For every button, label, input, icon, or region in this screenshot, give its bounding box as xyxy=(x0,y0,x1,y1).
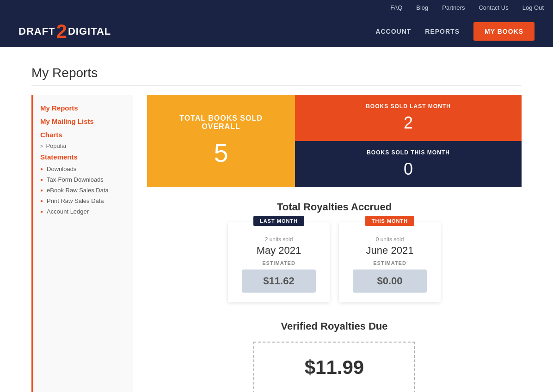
main-area: TOTAL BOOKS SOLD OVERALL 5 BOOKS SOLD LA… xyxy=(147,95,522,392)
stat-this-month: BOOKS SOLD THIS MONTH 0 xyxy=(295,141,522,187)
sidebar-downloads[interactable]: Downloads xyxy=(40,165,126,172)
faq-link[interactable]: FAQ xyxy=(390,4,402,11)
reports-nav[interactable]: REPORTS xyxy=(425,28,460,35)
stat-last-month-number: 2 xyxy=(404,113,413,133)
sidebar-charts-title: Charts xyxy=(40,131,126,139)
verified-amount: $11.99 xyxy=(273,356,396,379)
logo: DRAFT 2 DIGITAL xyxy=(18,22,111,41)
main-header: DRAFT 2 DIGITAL ACCOUNT REPORTS MY BOOKS xyxy=(0,15,553,47)
my-books-button[interactable]: MY BOOKS xyxy=(473,22,535,41)
partners-link[interactable]: Partners xyxy=(442,4,465,11)
this-month-badge: THIS MONTH xyxy=(365,216,414,226)
contact-us-link[interactable]: Contact Us xyxy=(479,4,508,11)
account-nav[interactable]: ACCOUNT xyxy=(375,28,411,35)
stat-last-month: BOOKS SOLD LAST MONTH 2 xyxy=(295,95,522,141)
stat-total-label: TOTAL BOOKS SOLD OVERALL xyxy=(166,114,276,131)
verified-card: $11.99 xyxy=(253,342,415,392)
royalties-title: Total Royalties Accrued xyxy=(147,201,522,213)
sidebar-account-ledger[interactable]: Account Ledger xyxy=(40,208,126,215)
sidebar-print-sales[interactable]: Print Raw Sales Data xyxy=(40,197,126,204)
logo-draft: DRAFT xyxy=(18,25,55,37)
sidebar-tax-form[interactable]: Tax-Form Downloads xyxy=(40,176,126,183)
page-title: My Reports xyxy=(31,66,522,86)
logo-2: 2 xyxy=(56,22,67,41)
log-out-link[interactable]: Log Out xyxy=(522,4,544,11)
last-month-month: May 2021 xyxy=(237,245,320,257)
last-month-units: 2 units sold xyxy=(237,236,320,243)
header-nav: ACCOUNT REPORTS MY BOOKS xyxy=(375,22,535,41)
sidebar-charts-popular[interactable]: Popular xyxy=(40,142,126,149)
this-month-month: June 2021 xyxy=(348,245,431,257)
this-month-units: 0 units sold xyxy=(348,236,431,243)
last-month-badge: LAST MONTH xyxy=(253,216,304,226)
royalties-section: Total Royalties Accrued LAST MONTH 2 uni… xyxy=(147,201,522,302)
last-month-card: LAST MONTH 2 units sold May 2021 ESTIMAT… xyxy=(228,222,330,302)
stat-total-number: 5 xyxy=(214,138,228,168)
stat-this-month-label: BOOKS SOLD THIS MONTH xyxy=(367,149,450,156)
stat-right: BOOKS SOLD LAST MONTH 2 BOOKS SOLD THIS … xyxy=(295,95,522,187)
content-layout: My Reports My Mailing Lists Charts Popul… xyxy=(31,95,522,392)
verified-section: Verified Royalties Due $11.99 xyxy=(147,320,522,392)
sidebar-ebook-sales[interactable]: eBook Raw Sales Data xyxy=(40,187,126,194)
sidebar-statements-title: Statements xyxy=(40,153,126,161)
sidebar-statements: Statements Downloads Tax-Form Downloads … xyxy=(40,153,126,215)
this-month-estimated-label: ESTIMATED xyxy=(348,260,431,266)
stat-this-month-number: 0 xyxy=(404,159,413,179)
sidebar-mailing-lists[interactable]: My Mailing Lists xyxy=(40,117,126,125)
verified-title: Verified Royalties Due xyxy=(147,320,522,332)
royalties-cards: LAST MONTH 2 units sold May 2021 ESTIMAT… xyxy=(147,222,522,302)
top-nav: FAQ Blog Partners Contact Us Log Out xyxy=(0,0,553,15)
sidebar-my-reports[interactable]: My Reports xyxy=(40,104,126,112)
last-month-amount: $11.62 xyxy=(242,270,316,293)
page-content: My Reports My Reports My Mailing Lists C… xyxy=(22,47,531,392)
stat-last-month-label: BOOKS SOLD LAST MONTH xyxy=(366,103,451,110)
stats-row: TOTAL BOOKS SOLD OVERALL 5 BOOKS SOLD LA… xyxy=(147,95,522,187)
sidebar: My Reports My Mailing Lists Charts Popul… xyxy=(31,95,133,392)
logo-digital: DIGITAL xyxy=(68,25,111,37)
last-month-estimated-label: ESTIMATED xyxy=(237,260,320,266)
this-month-amount: $0.00 xyxy=(353,270,427,293)
this-month-content: 0 units sold June 2021 ESTIMATED $0.00 xyxy=(339,222,441,293)
blog-link[interactable]: Blog xyxy=(416,4,428,11)
this-month-card: THIS MONTH 0 units sold June 2021 ESTIMA… xyxy=(339,222,441,302)
stat-total: TOTAL BOOKS SOLD OVERALL 5 xyxy=(147,95,295,187)
last-month-content: 2 units sold May 2021 ESTIMATED $11.62 xyxy=(228,222,330,293)
